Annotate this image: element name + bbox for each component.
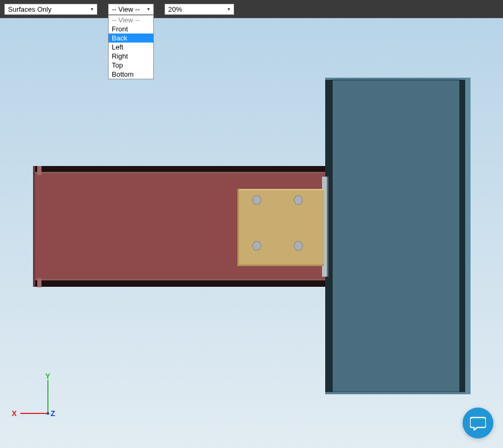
view-option-top[interactable]: Top [109,61,153,70]
svg-rect-4 [333,79,459,81]
shear-plate [237,189,324,266]
view-dropdown: -- View -- Front Back Left Right Top Bot… [108,15,154,79]
axis-y-label: Y [45,374,51,380]
svg-marker-22 [252,242,261,250]
svg-rect-16 [237,189,324,266]
viewport-3d[interactable]: Y X Z [0,18,503,448]
view-select-value: -- View -- [112,5,139,13]
svg-rect-15 [37,278,42,287]
toolbar: Surfaces Only -- View -- -- View -- Fron… [0,0,503,18]
svg-point-26 [47,412,50,415]
svg-rect-17 [237,189,324,190]
svg-rect-14 [37,166,42,175]
view-select[interactable]: -- View -- [108,4,154,15]
chat-button[interactable] [463,408,493,438]
zoom-select[interactable]: 20% [164,4,234,15]
bolt-tr [294,196,303,204]
svg-marker-21 [294,196,303,204]
svg-rect-1 [333,79,459,393]
view-option-back[interactable]: Back [109,34,153,43]
view-select-wrapper: -- View -- -- View -- Front Back Left Ri… [108,4,154,15]
zoom-select-wrapper: 20% [164,4,234,15]
view-option-bottom[interactable]: Bottom [109,70,153,79]
axis-x-label: X [12,409,17,418]
end-plate-gap-dark [327,177,328,277]
svg-marker-20 [252,196,261,204]
svg-rect-7 [465,78,471,394]
view-option-front[interactable]: Front [109,24,153,34]
svg-rect-8 [33,166,325,172]
svg-rect-19 [237,189,239,266]
svg-rect-13 [33,166,35,287]
view-option-left[interactable]: Left [109,43,153,52]
surfaces-select-wrapper: Surfaces Only [4,4,97,15]
surfaces-select-value: Surfaces Only [8,5,52,13]
model-3d [0,18,503,448]
zoom-select-value: 20% [168,5,182,13]
svg-rect-18 [237,264,324,266]
bolt-br [294,242,303,250]
column-member [325,78,471,394]
svg-marker-23 [294,242,303,250]
axis-indicator: Y X Z [11,374,64,427]
bolt-bl [252,242,261,250]
view-option-right[interactable]: Right [109,52,153,61]
svg-rect-6 [325,392,467,394]
chat-icon [470,416,486,430]
view-dropdown-placeholder[interactable]: -- View -- [109,15,153,24]
svg-rect-12 [33,280,325,287]
axis-z-label: Z [51,409,55,418]
surfaces-select[interactable]: Surfaces Only [4,4,97,15]
bolt-tl [252,196,261,204]
